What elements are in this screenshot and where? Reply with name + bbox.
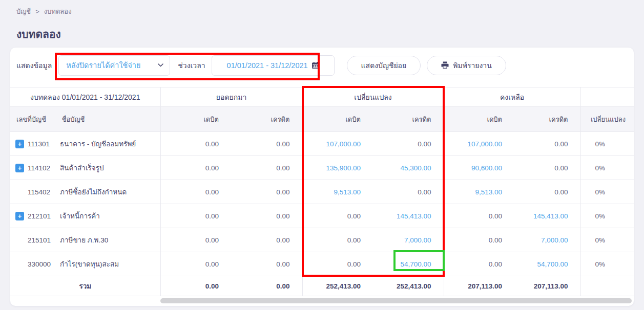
col-header-bal-debit: เดบิต [444,107,514,132]
cell-chg-debit: 0.00 [302,252,373,276]
col-header-account-number: เลขที่บัญชี [16,114,60,125]
cell-chg-credit: 0.00 [373,180,444,204]
expand-plus-icon[interactable]: + [15,212,24,220]
account-number: 115402 [28,188,57,196]
chevron-down-icon [158,63,163,67]
cell-bal-debit: 0.00 [444,228,514,252]
cell-bf-debit: 0.00 [160,132,231,156]
cell-chg-debit[interactable]: 135,900.00 [302,156,373,180]
account-number: 114102 [28,164,57,172]
col-header-chg-credit: เครดิต [373,107,444,132]
table-row: +212101เจ้าหนี้การค้า 0.000.000.00145,41… [10,204,634,228]
cell-account: 330000กำไร(ขาดทุน)สะสม [10,252,160,276]
cell-chg-debit[interactable]: 9,513.00 [302,180,373,204]
cell-account: +111301ธนาคาร - บัญชีออมทรัพย์ [10,132,160,156]
cell-bf-credit: 0.00 [231,180,302,204]
expand-spacer [15,236,24,245]
cell-account: +114102สินค้าสำเร็จรูป [10,156,160,180]
expand-spacer [15,260,24,269]
calendar-icon [312,62,319,69]
col-header-account: เลขที่บัญชี ชื่อบัญชี [10,107,160,132]
group-header-change: เปลี่ยนแปลง [302,87,444,107]
trial-balance-card: แสดงข้อมูล หลังปิดรายได้ค่าใช้จ่าย ช่วงเ… [10,48,634,306]
account-number: 111301 [28,140,57,148]
printer-icon [441,61,449,69]
trial-balance-table: งบทดลอง 01/01/2021 - 31/12/2021 ยอดยกมา … [10,87,634,296]
cell-chg-credit[interactable]: 7,000.00 [373,228,444,252]
table-row: 215101ภาษีขาย ภ.พ.30 0.000.000.007,000.0… [10,228,634,252]
cell-chg-credit[interactable]: 54,700.00 [373,252,444,276]
cell-bf-debit: 0.00 [160,252,231,276]
table-title: งบทดลอง 01/01/2021 - 31/12/2021 [10,87,160,107]
horizontal-scrollbar[interactable] [160,298,632,303]
page-title: งบทดลอง [16,26,61,42]
cell-change-percent: 0% [580,132,634,156]
cell-bf-debit: 0.00 [160,228,231,252]
expand-plus-icon[interactable]: + [15,140,24,148]
total-change-percent [580,276,634,296]
account-name: เจ้าหนี้การค้า [60,210,100,222]
col-header-chg-debit: เดบิต [302,107,373,132]
cell-bal-credit: 0.00 [514,132,580,156]
cell-chg-credit: 0.00 [373,132,444,156]
cell-bal-debit[interactable]: 9,513.00 [444,180,514,204]
table-row: +111301ธนาคาร - บัญชีออมทรัพย์ 0.000.001… [10,132,634,156]
cell-account: 215101ภาษีขาย ภ.พ.30 [10,228,160,252]
account-name: สินค้าสำเร็จรูป [60,162,104,173]
total-bf-debit: 0.00 [160,276,231,296]
table-row: 330000กำไร(ขาดทุน)สะสม 0.000.000.0054,70… [10,252,634,276]
expand-spacer [15,188,24,196]
cell-bf-debit: 0.00 [160,156,231,180]
cell-bf-debit: 0.00 [160,204,231,228]
total-chg-debit: 252,413.00 [302,276,373,296]
print-report-button[interactable]: พิมพ์รายงาน [427,56,506,75]
col-header-bf-credit: เครดิต [231,107,302,132]
total-bal-credit: 207,113.00 [514,276,580,296]
cell-bal-debit[interactable]: 107,000.00 [444,132,514,156]
expand-plus-icon[interactable]: + [15,164,24,172]
account-name: ธนาคาร - บัญชีออมทรัพย์ [60,138,136,149]
cell-bf-debit: 0.00 [160,180,231,204]
cell-change-percent: 0% [580,252,634,276]
table-row: 115402ภาษีซื้อยังไม่ถึงกำหนด 0.000.009,5… [10,180,634,204]
table-sub-header-row: เลขที่บัญชี ชื่อบัญชี เดบิต เครดิต เดบิต… [10,107,634,132]
account-number: 330000 [28,260,57,268]
account-number: 212101 [28,212,57,220]
show-sub-accounts-label: แสดงบัญชีย่อย [361,60,407,71]
breadcrumb-item-trial-balance: งบทดลอง [44,6,72,17]
cell-bal-debit[interactable]: 90,600.00 [444,156,514,180]
cell-bf-credit: 0.00 [231,228,302,252]
cell-bal-credit[interactable]: 145,413.00 [514,204,580,228]
cell-bf-credit: 0.00 [231,204,302,228]
group-header-balance: คงเหลือ [444,87,580,107]
filter-toolbar: แสดงข้อมูล หลังปิดรายได้ค่าใช้จ่าย ช่วงเ… [10,48,634,87]
total-bal-debit: 207,113.00 [444,276,514,296]
total-chg-credit: 252,413.00 [373,276,444,296]
period-date-range-field[interactable]: 01/01/2021 - 31/12/2021 [212,55,335,76]
cell-bal-credit[interactable]: 54,700.00 [514,252,580,276]
cell-change-percent: 0% [580,204,634,228]
show-sub-accounts-button[interactable]: แสดงบัญชีย่อย [347,56,421,75]
cell-chg-debit: 0.00 [302,204,373,228]
cell-account: +212101เจ้าหนี้การค้า [10,204,160,228]
table-row: +114102สินค้าสำเร็จรูป 0.000.00135,900.0… [10,156,634,180]
cell-bal-credit[interactable]: 7,000.00 [514,228,580,252]
account-number: 215101 [28,236,57,244]
col-header-bf-debit: เดบิต [160,107,231,132]
group-header-carry-forward: ยอดยกมา [160,87,302,107]
period-label: ช่วงเวลา [178,60,205,71]
display-mode-select[interactable]: หลังปิดรายได้ค่าใช้จ่าย [58,55,170,76]
account-name: ภาษีซื้อยังไม่ถึงกำหนด [60,186,127,197]
cell-bf-credit: 0.00 [231,252,302,276]
cell-chg-credit[interactable]: 145,413.00 [373,204,444,228]
col-header-account-name: ชื่อบัญชี [62,116,85,123]
total-label: รวม [10,276,160,296]
cell-bal-debit: 0.00 [444,252,514,276]
cell-bf-credit: 0.00 [231,156,302,180]
cell-change-percent: 0% [580,180,634,204]
breadcrumb-separator: > [35,8,39,15]
breadcrumb-item-accounting[interactable]: บัญชี [16,6,31,17]
cell-chg-debit[interactable]: 107,000.00 [302,132,373,156]
cell-chg-credit[interactable]: 45,300.00 [373,156,444,180]
account-name: กำไร(ขาดทุน)สะสม [60,258,119,270]
